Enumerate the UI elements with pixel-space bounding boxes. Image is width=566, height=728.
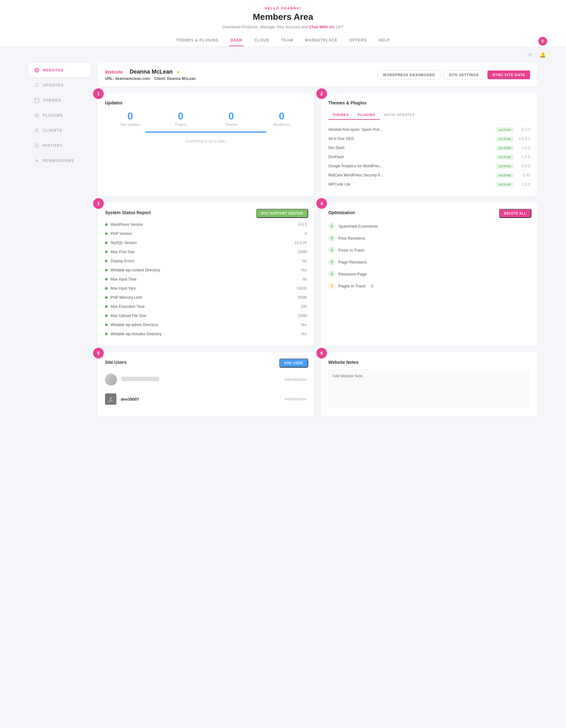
plugin-row: DiviFlash ACTIVE 1.2.5 bbox=[328, 153, 530, 162]
divi-support-center-button[interactable]: DIVI SUPPORT CENTER bbox=[256, 209, 308, 218]
tab-plugins[interactable]: PLUGINS bbox=[353, 110, 380, 120]
svg-point-6 bbox=[36, 129, 38, 131]
person-icon bbox=[34, 128, 40, 133]
chat-link[interactable]: Chat With Us bbox=[309, 25, 335, 29]
wordpress-dashboard-button[interactable]: WORDPRESS DASHBOARD bbox=[378, 70, 441, 80]
plugin-row: WPCode Lite ACTIVE 2.2.0 bbox=[328, 180, 530, 189]
hello-text: HELLO DEANNA! bbox=[0, 6, 566, 10]
plugin-row: Google Analytics for WordPres... ACTIVE … bbox=[328, 162, 530, 171]
system-status-panel: 3 System Status Report DIVI SUPPORT CENT… bbox=[97, 203, 314, 346]
sidebar-item-updates[interactable]: UPDATES bbox=[28, 78, 91, 92]
opt-row-post-revisions: 0 Post Revisions bbox=[328, 232, 530, 244]
website-notes-input[interactable] bbox=[328, 370, 530, 408]
post-revisions-label: Post Revisions bbox=[338, 236, 365, 241]
sidebar-item-history[interactable]: HISTORY bbox=[28, 138, 91, 153]
content-area: Website › Deanna McLean ★ URL: deannamcl… bbox=[97, 63, 538, 416]
nav-help[interactable]: HELP bbox=[377, 35, 391, 46]
themes-plugins-tabs: THEMES PLUGINS AUTO UPDATES bbox=[328, 110, 530, 120]
sidebar-item-websites[interactable]: WEBSITES bbox=[28, 63, 91, 77]
user-avatar-2 bbox=[105, 393, 116, 405]
tab-auto-updates[interactable]: AUTO UPDATES bbox=[380, 110, 419, 120]
user-row-2: dee35007 Administrator bbox=[105, 390, 307, 408]
status-row: Max Execution Time 300 bbox=[105, 302, 307, 311]
opt-row-posts-in-trash: 0 Posts in Trash bbox=[328, 244, 530, 256]
themes-plugins-panel: 2 Themes & Plugins THEMES PLUGINS AUTO U… bbox=[321, 93, 538, 196]
delete-all-button[interactable]: DELETE ALL bbox=[499, 209, 531, 218]
top-header: HELLO DEANNA! Members Area Download Prod… bbox=[0, 0, 566, 47]
update-progress-bar bbox=[145, 131, 266, 133]
spammed-count: 0 bbox=[328, 223, 335, 230]
sidebar-label-history: HISTORY bbox=[43, 143, 63, 148]
user-row-1: Administrator bbox=[105, 370, 307, 390]
add-user-button[interactable]: ADD USER bbox=[279, 358, 308, 368]
user-avatar-1 bbox=[105, 374, 117, 386]
user-role-1: Administrator bbox=[285, 377, 307, 382]
site-name: Deanna McLean bbox=[130, 69, 173, 75]
status-row: Writable wp-content Directory Yes bbox=[105, 266, 307, 275]
nav-marketplace[interactable]: MARKETPLACE bbox=[304, 35, 339, 46]
user-role-2: Administrator bbox=[285, 397, 307, 401]
nav-team[interactable]: TEAM bbox=[280, 35, 294, 46]
panel-number-1: 1 bbox=[93, 88, 104, 99]
svg-rect-3 bbox=[35, 98, 39, 103]
nav-themes-plugins[interactable]: THEMES & PLUGINS bbox=[175, 35, 220, 46]
plugin-row: MalCare WordPress Security P... ACTIVE 5… bbox=[328, 171, 530, 180]
status-row: WordPress Version 6.6.1 bbox=[105, 220, 307, 229]
wordpress-num: 0 bbox=[257, 110, 307, 122]
themes-label: Themes bbox=[206, 123, 257, 126]
status-row: Max Input Vars 10000 bbox=[105, 284, 307, 293]
updates-ok-msg: Everything is up to date. bbox=[105, 136, 307, 146]
system-status-rows: WordPress Version 6.6.1 PHP Version 8 My… bbox=[105, 220, 307, 338]
refresh-icon[interactable]: ↻ bbox=[526, 50, 535, 59]
wordpress-stat: 0 WordPress bbox=[257, 110, 307, 126]
star-icon[interactable]: ★ bbox=[176, 69, 180, 75]
themes-stat: 0 Themes bbox=[206, 110, 257, 126]
status-row: Writable wp-admin Directory Yes bbox=[105, 320, 307, 330]
sidebar-label-updates: UPDATES bbox=[43, 83, 64, 87]
refresh-icon bbox=[34, 82, 40, 88]
site-settings-button[interactable]: SITE SETTINGS bbox=[443, 70, 484, 80]
panel-number-2: 2 bbox=[316, 88, 327, 99]
updates-title: Updates bbox=[105, 100, 307, 105]
opt-row-page-revisions: 0 Page Revisions bbox=[328, 256, 530, 268]
sidebar-label-permissions: PERMISSIONS bbox=[43, 158, 74, 163]
sidebar-label-websites: WEBSITES bbox=[43, 68, 63, 72]
wordpress-label: WordPress bbox=[257, 123, 307, 126]
sidebar-item-permissions[interactable]: PERMISSIONS bbox=[28, 153, 91, 168]
nav-dash[interactable]: DASH bbox=[229, 35, 244, 46]
nav-offers[interactable]: OFFERS bbox=[348, 35, 368, 46]
plugins-stat: 0 Plugins bbox=[156, 110, 206, 126]
users-list: Administrator dee35007 Administrator bbox=[105, 370, 307, 408]
pages-in-trash-label: Pages in Trash bbox=[338, 284, 366, 288]
opt-row-revisions-page: 0 Revisions Page bbox=[328, 268, 530, 280]
key-icon bbox=[34, 158, 40, 164]
updates-panel: 1 Updates 0 Site Updates 0 Plugins 0 The… bbox=[97, 93, 314, 196]
sync-site-data-button[interactable]: SYNC SITE DATA bbox=[487, 70, 530, 79]
trash-icon[interactable]: 🗑 bbox=[370, 284, 374, 288]
panel-grid: 1 Updates 0 Site Updates 0 Plugins 0 The… bbox=[97, 93, 538, 416]
sidebar-item-clients[interactable]: CLIENTS bbox=[28, 123, 91, 138]
tab-themes[interactable]: THEMES bbox=[328, 110, 353, 120]
nav-cloud[interactable]: CLOUD bbox=[253, 35, 271, 46]
website-actions: WORDPRESS DASHBOARD SITE SETTINGS SYNC S… bbox=[378, 70, 530, 80]
panel-number-6: 6 bbox=[316, 348, 327, 358]
site-updates-num: 0 bbox=[105, 110, 156, 122]
user-avatar[interactable]: D bbox=[538, 37, 547, 46]
plugin-icon bbox=[34, 113, 40, 118]
breadcrumb-separator: › bbox=[125, 69, 127, 75]
sidebar-label-plugins: PLUGINS bbox=[43, 113, 63, 118]
bell-icon[interactable]: 🔔 bbox=[538, 50, 547, 59]
sidebar-item-plugins[interactable]: PLUGINS bbox=[28, 108, 91, 123]
revisions-page-count: 0 bbox=[328, 270, 335, 277]
sidebar-item-themes[interactable]: THEMES bbox=[28, 93, 91, 108]
site-updates-label: Site Updates bbox=[105, 123, 156, 126]
status-row: Display Errors No bbox=[105, 257, 307, 266]
status-row: Max Upload File Size 200M bbox=[105, 311, 307, 320]
website-breadcrumb-link[interactable]: Website bbox=[105, 69, 123, 75]
posts-in-trash-label: Posts in Trash bbox=[338, 248, 364, 253]
globe-icon bbox=[34, 67, 40, 73]
sidebar-label-clients: CLIENTS bbox=[43, 128, 62, 133]
plugin-row: Divi Dash ACTIVE 1.0.0 bbox=[328, 143, 530, 153]
opt-row-spammed: 0 Spammed Comments bbox=[328, 220, 530, 232]
status-row: MySQL Version 10.5.25 bbox=[105, 238, 307, 247]
